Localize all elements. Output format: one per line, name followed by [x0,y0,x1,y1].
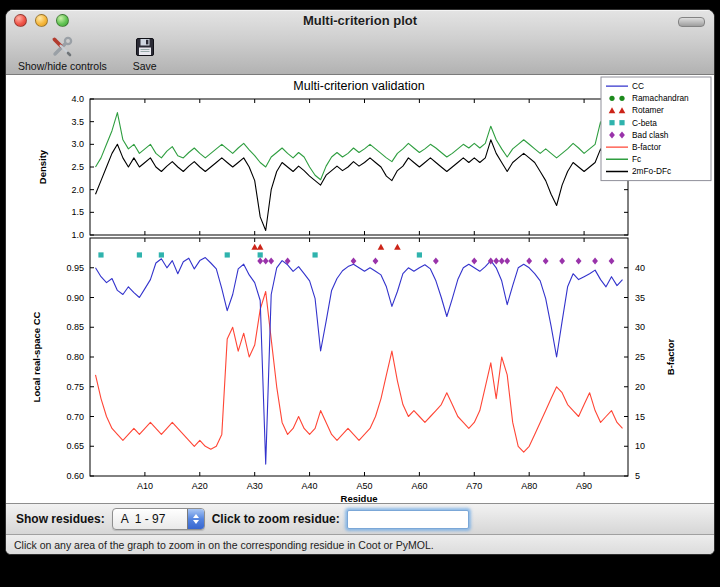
svg-text:0.80: 0.80 [66,352,84,362]
save-floppy-icon [133,35,157,59]
svg-text:0.95: 0.95 [66,263,84,273]
app-window: Multi-criterion plot Show/hide controls [5,9,715,555]
svg-text:4.0: 4.0 [71,94,84,104]
svg-text:1.5: 1.5 [71,207,84,217]
svg-text:A20: A20 [192,481,208,491]
residue-range-value: A 1 - 97 [113,512,187,526]
svg-text:35: 35 [635,293,645,303]
svg-text:A30: A30 [247,481,263,491]
svg-text:0.60: 0.60 [66,471,84,481]
svg-text:Multi-criterion validation: Multi-criterion validation [293,79,424,93]
crossed-tools-icon [50,35,74,59]
toolbar-toggle-button[interactable] [678,17,705,27]
multi-criterion-figure[interactable]: Multi-criterion validation1.01.52.02.53.… [6,75,715,503]
svg-text:0.70: 0.70 [66,412,84,422]
svg-text:2mFo-DFc: 2mFo-DFc [632,166,671,176]
zoom-residue-input[interactable] [347,510,469,529]
zoom-residue-label: Click to zoom residue: [212,512,340,526]
show-hide-controls-button[interactable]: Show/hide controls [18,35,107,72]
svg-text:Bad clash: Bad clash [632,130,669,140]
toolbar: Show/hide controls Save [6,32,714,74]
svg-text:A10: A10 [137,481,153,491]
svg-text:3.5: 3.5 [71,117,84,127]
svg-text:15: 15 [635,412,645,422]
residue-range-select[interactable]: A 1 - 97 [112,508,205,530]
svg-text:40: 40 [635,263,645,273]
controls-bar: Show residues: A 1 - 97 Click to zoom re… [6,504,714,535]
svg-text:3.0: 3.0 [71,139,84,149]
svg-text:30: 30 [635,322,645,332]
window-title: Multi-criterion plot [6,10,714,32]
popup-stepper-icon [187,509,204,529]
svg-text:0.65: 0.65 [66,441,84,451]
svg-text:C-beta: C-beta [632,118,657,128]
svg-text:0.90: 0.90 [66,293,84,303]
svg-text:2.5: 2.5 [71,162,84,172]
svg-text:Fc: Fc [632,154,641,164]
svg-text:A50: A50 [356,481,372,491]
status-bar: Click on any area of the graph to zoom i… [6,535,714,554]
svg-text:1.0: 1.0 [71,230,84,240]
status-text: Click on any area of the graph to zoom i… [14,539,434,551]
svg-text:10: 10 [635,441,645,451]
svg-text:20: 20 [635,382,645,392]
svg-text:A80: A80 [521,481,537,491]
svg-text:B-factor: B-factor [632,142,661,152]
titlebar[interactable]: Multi-criterion plot [6,10,714,32]
svg-text:A70: A70 [466,481,482,491]
svg-text:25: 25 [635,352,645,362]
svg-text:Rotamer: Rotamer [632,105,664,115]
svg-text:Local real-space CC: Local real-space CC [31,311,42,402]
svg-text:Ramachandran: Ramachandran [632,93,689,103]
svg-text:5: 5 [635,471,640,481]
save-label: Save [133,60,157,72]
save-button[interactable]: Save [133,35,157,72]
show-hide-controls-label: Show/hide controls [18,60,107,72]
svg-text:Density: Density [37,149,48,184]
svg-text:A60: A60 [411,481,427,491]
svg-text:Residue: Residue [341,493,378,503]
show-residues-label: Show residues: [16,512,105,526]
svg-text:A90: A90 [576,481,592,491]
svg-text:B-factor: B-factor [665,338,676,375]
svg-text:0.85: 0.85 [66,322,84,332]
svg-text:0.75: 0.75 [66,382,84,392]
svg-text:2.0: 2.0 [71,185,84,195]
window-chrome: Multi-criterion plot Show/hide controls [6,10,714,75]
plot-area[interactable]: Multi-criterion validation1.01.52.02.53.… [6,75,714,504]
svg-text:A40: A40 [302,481,318,491]
svg-text:CC: CC [632,81,644,91]
